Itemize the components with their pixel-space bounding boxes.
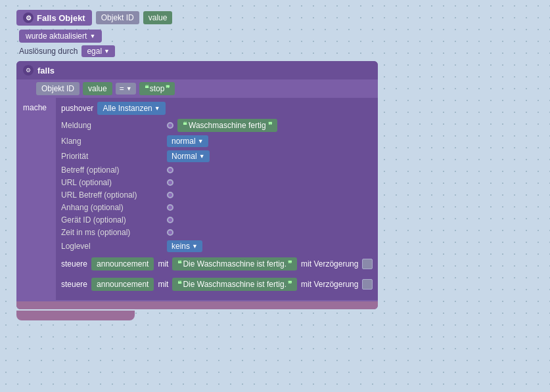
string-value-2: ❝ Die Waschmaschine ist fertig. ❞ [172,278,297,291]
sv2-quote-right: ❞ [288,280,292,289]
value-badge: value [143,11,173,24]
condition-row: Objekt ID value = ▼ ❝ stop ❞ [16,79,378,98]
sv1-quote-left: ❝ [177,259,181,269]
meldung-value: ❝ Waschmaschine fertig ❞ [177,119,277,132]
string-value-text-2: Die Waschmaschine ist fertig. [183,280,286,289]
pushover-label: pushover [61,104,93,113]
equals-label: = [120,84,124,93]
klang-row: Klang normal ▼ [61,135,373,147]
mit-verzogerung-label-1: mit Verzögerung [301,259,358,269]
prioritat-badge[interactable]: Normal ▼ [167,150,210,162]
loglevel-badge[interactable]: keins ▼ [167,240,202,252]
prioritat-label: Priorität [61,152,163,161]
quote-left: ❝ [145,84,149,93]
equals-badge: = ▼ [116,83,136,95]
alle-instanzen-dropdown-icon: ▼ [154,105,160,112]
egal-dropdown-icon: ▼ [104,48,110,54]
condition-objekt-id-label: Objekt ID [41,84,74,93]
zeit-connector [167,229,173,236]
zeit-label: Zeit in ms (optional) [61,228,163,237]
meldung-row: Meldung ❝ Waschmaschine fertig ❞ [61,119,373,132]
prioritat-row: Priorität Normal ▼ [61,150,373,162]
zeit-row: Zeit in ms (optional) [61,228,373,237]
klang-dropdown-icon: ▼ [198,138,204,144]
url-label: URL (optional) [61,178,163,187]
main-block-container: ⚙ Falls Objekt Objekt ID value wurde akt… [16,10,378,320]
egal-badge[interactable]: egal ▼ [81,45,115,57]
auslosung-label: Auslösung durch [19,47,78,56]
string-value-1: ❝ Die Waschmaschine ist fertig. ❞ [172,257,297,271]
pushover-row: pushover Alle Instanzen ▼ [61,102,373,115]
dropdown-icon: ▼ [89,33,95,39]
anhang-connector [167,204,173,211]
sv2-quote-left: ❝ [177,280,181,289]
verzogerung-checkbox-1[interactable] [362,259,373,269]
meldung-quote-right: ❞ [268,121,272,130]
stop-label: stop [150,84,165,93]
gerat-label: Gerät ID (optional) [61,215,163,225]
announcement-label-2: announcement [97,280,149,289]
steuere-row-2: steuere announcement mit ❝ Die Waschmasc… [61,276,373,293]
mache-label: mache [16,98,56,118]
announcement-badge-2[interactable]: announcement [91,278,154,291]
meldung-quote-left: ❝ [183,121,187,130]
condition-objekt-id: Objekt ID [36,82,80,95]
auslosung-row: Auslösung durch egal ▼ [19,45,378,57]
equals-dropdown-icon: ▼ [126,85,132,92]
betreff-label: Betreff (optional) [61,165,163,175]
gear-icon: ⚙ [23,12,34,23]
outer-bottom [16,311,135,320]
steuere-label-2: steuere [61,280,87,289]
falls-gear-icon: ⚙ [23,65,34,76]
alle-instanzen-badge[interactable]: Alle Instanzen ▼ [97,102,165,115]
mit-label-2: mit [158,280,168,289]
steuere-label-1: steuere [61,259,87,269]
quote-right: ❞ [166,84,170,93]
falls-objekt-block[interactable]: ⚙ Falls Objekt [16,10,92,26]
block-bottom [16,301,378,309]
betreff-connector [167,167,173,173]
sv1-quote-right: ❞ [288,259,292,269]
wurde-badge[interactable]: wurde aktualisiert ▼ [19,30,102,43]
objekt-id-badge: Objekt ID [96,11,139,24]
loglevel-dropdown-icon: ▼ [192,243,198,250]
prioritat-value: Normal [172,152,197,161]
gerat-connector [167,217,173,223]
url-row: URL (optional) [61,178,373,187]
condition-value-text: value [88,84,107,93]
meldung-connector [167,122,173,129]
value-text: value [149,13,168,22]
url-betreff-label: URL Betreff (optional) [61,190,163,200]
loglevel-value: keins [172,242,190,251]
klang-badge[interactable]: normal ▼ [167,135,208,147]
betreff-row: Betreff (optional) [61,165,373,175]
verzogerung-checkbox-2[interactable] [362,279,373,290]
loglevel-row: Loglevel keins ▼ [61,240,373,252]
string-value-text-1: Die Waschmaschine ist fertig. [183,259,286,269]
mit-verzogerung-label-2: mit Verzögerung [301,280,358,289]
announcement-badge-1[interactable]: announcement [91,257,154,271]
stop-badge: ❝ stop ❞ [139,82,175,95]
falls-label: falls [37,66,55,76]
klang-value: normal [172,137,196,146]
prioritat-dropdown-icon: ▼ [199,153,205,160]
mache-section: mache pushover Alle Instanzen ▼ Meldung … [16,98,378,300]
falls-header: ⚙ falls [16,61,378,79]
announcement-label-1: announcement [97,259,149,269]
falls-objekt-row: ⚙ Falls Objekt Objekt ID value [16,10,378,26]
steuere-row-1: steuere announcement mit ❝ Die Waschmasc… [61,255,373,272]
klang-label: Klang [61,137,163,146]
url-betreff-connector [167,192,173,198]
anhang-row: Anhang (optional) [61,203,373,212]
condition-value: value [83,82,112,95]
loglevel-label: Loglevel [61,242,163,251]
url-betreff-row: URL Betreff (optional) [61,190,373,200]
meldung-label: Meldung [61,121,163,130]
url-connector [167,179,173,186]
falls-objekt-label: Falls Objekt [37,13,85,23]
falls-main-block: ⚙ falls Objekt ID value = ▼ ❝ stop ❞ mac… [16,61,378,309]
objekt-id-label: Objekt ID [101,13,134,22]
mache-content: pushover Alle Instanzen ▼ Meldung ❝ Wasc… [56,98,378,300]
meldung-value-text: Waschmaschine fertig [189,121,266,130]
wurde-label: wurde aktualisiert [26,32,87,41]
